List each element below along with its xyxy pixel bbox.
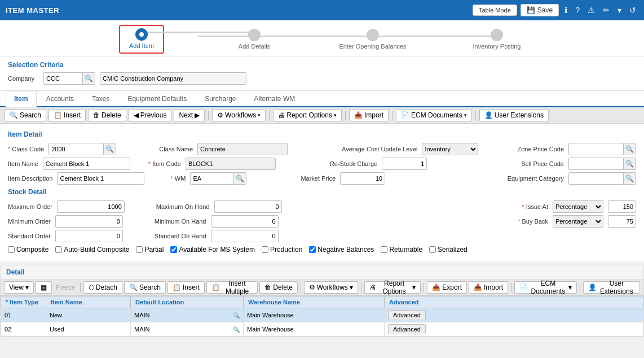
issue-at-select[interactable]: Percentage — [553, 200, 603, 213]
zone-price-search[interactable]: 🔍 — [624, 143, 636, 155]
detail-import-button[interactable]: 📥 Import — [469, 281, 508, 294]
tab-item[interactable]: Item — [6, 91, 37, 107]
refresh-icon[interactable]: ↺ — [627, 5, 638, 16]
equip-cat-input[interactable] — [568, 172, 624, 185]
detail-grid-button[interactable]: ▦ — [36, 281, 52, 294]
partial-checkbox[interactable]: Partial — [136, 246, 164, 254]
class-code-search[interactable]: 🔍 — [104, 143, 116, 155]
tab-alternate-wm[interactable]: Alternate WM — [246, 91, 304, 106]
row2-item-name-input[interactable] — [50, 326, 127, 333]
help-icon[interactable]: ? — [573, 5, 582, 16]
available-ms-checkbox[interactable]: Available For MS System — [170, 246, 255, 254]
tab-taxes[interactable]: Taxes — [83, 91, 118, 106]
min-order-input[interactable] — [55, 215, 123, 228]
view-dropdown-icon: ▾ — [25, 283, 29, 291]
wizard-step-opening-balances[interactable]: Enter Opening Balances — [311, 29, 435, 50]
detail-search-button[interactable]: 🔍 Search — [124, 281, 166, 294]
report-dropdown-icon: ▾ — [334, 112, 337, 118]
returnable-checkbox[interactable]: Returnable — [381, 246, 422, 254]
row1-item-name-input[interactable] — [50, 312, 127, 318]
wm-input[interactable] — [190, 172, 234, 185]
col-item-type: * Item Type — [1, 296, 46, 308]
next-button[interactable]: Next ▶ — [174, 109, 205, 121]
user-extensions-button[interactable]: 👤 User Extensions — [479, 109, 549, 121]
report-options-button[interactable]: 🖨 Report Options ▾ — [273, 109, 342, 121]
row1-advanced-button[interactable]: Advanced — [388, 310, 426, 320]
import-button[interactable]: 📥 Import — [349, 109, 389, 121]
detail-export-button[interactable]: 📤 Export — [427, 281, 467, 294]
detail-detach-button[interactable]: ⬡ Detach — [83, 281, 122, 294]
sell-price-input[interactable] — [568, 158, 624, 170]
row2-warehouse-input[interactable] — [247, 326, 381, 333]
min-on-hand-input[interactable] — [211, 215, 279, 228]
search-icon: 🔍 — [10, 111, 18, 119]
row1-item-type-input[interactable] — [5, 312, 42, 318]
std-order-input[interactable] — [55, 230, 123, 242]
table-row[interactable]: 🔍 Advanced — [1, 322, 643, 337]
stock-detail-title: Stock Detail — [8, 188, 636, 196]
avg-cost-select[interactable]: Inventory — [422, 143, 478, 155]
tab-accounts[interactable]: Accounts — [38, 91, 82, 106]
restock-input[interactable] — [382, 158, 427, 170]
detail-report-options-button[interactable]: 🖨 Report Options ▾ — [364, 281, 421, 294]
negative-balances-checkbox[interactable]: Negative Balances — [309, 246, 374, 254]
company-search-button[interactable]: 🔍 — [83, 72, 95, 85]
production-checkbox[interactable]: Production — [262, 246, 302, 254]
detail-workflows-dropdown: ▾ — [350, 283, 353, 291]
class-code-input[interactable] — [48, 143, 104, 155]
market-price-input[interactable] — [340, 172, 385, 185]
save-button[interactable]: 💾 Save — [521, 4, 559, 16]
row1-warehouse-input[interactable] — [247, 312, 381, 318]
wm-search[interactable]: 🔍 — [234, 172, 246, 185]
row1-location-input[interactable] — [134, 312, 233, 318]
delete-button[interactable]: 🗑 Delete — [88, 109, 126, 121]
auto-build-checkbox[interactable]: Auto-Build Composite — [55, 246, 129, 254]
item-desc-input[interactable] — [57, 172, 144, 185]
alert-icon[interactable]: ⚠ — [585, 5, 597, 16]
serialized-checkbox[interactable]: Serialized — [429, 246, 467, 254]
table-mode-button[interactable]: Table Mode — [473, 5, 517, 16]
detail-view-button[interactable]: View ▾ — [4, 281, 34, 294]
top-header: ITEM MASTER Table Mode 💾 Save ℹ ? ⚠ ✏ ▾ … — [0, 0, 644, 20]
detail-workflows-icon: ⚙ — [309, 283, 315, 291]
item-name-label: Item Name — [8, 160, 38, 167]
tab-equipment-defaults[interactable]: Equipment Defaults — [119, 91, 195, 106]
zone-price-input[interactable] — [568, 143, 624, 155]
search-button[interactable]: 🔍 Search — [5, 109, 46, 121]
std-on-hand-input[interactable] — [211, 230, 279, 242]
dropdown-icon[interactable]: ▾ — [615, 5, 624, 16]
composite-checkbox[interactable]: Composite — [8, 246, 48, 254]
company-code-input[interactable] — [43, 72, 83, 85]
info-icon[interactable]: ℹ — [562, 5, 570, 16]
sell-price-search[interactable]: 🔍 — [624, 158, 636, 170]
detail-ecm-button[interactable]: 📄 ECM Documents ▾ — [514, 281, 577, 294]
row2-location-input[interactable] — [134, 326, 233, 333]
row1-location-search[interactable]: 🔍 — [233, 312, 240, 318]
detail-delete-button[interactable]: 🗑 Delete — [259, 281, 298, 294]
equip-cat-search[interactable]: 🔍 — [624, 172, 636, 185]
detail-user-ext-button[interactable]: 👤 User Extensions — [583, 281, 640, 294]
ecm-documents-button[interactable]: 📄 ECM Documents ▾ — [396, 109, 472, 121]
detail-insert-button[interactable]: 📋 Insert — [167, 281, 205, 294]
tab-surcharge[interactable]: Surcharge — [196, 91, 244, 106]
edit-icon[interactable]: ✏ — [601, 5, 612, 16]
workflows-icon: ⚙ — [217, 111, 223, 119]
detail-workflows-button[interactable]: ⚙ Workflows ▾ — [304, 281, 358, 294]
max-order-input[interactable] — [57, 200, 125, 213]
buy-back-value-input[interactable] — [608, 215, 636, 228]
table-row[interactable]: 🔍 Advanced — [1, 308, 643, 322]
wizard-step-add-item[interactable]: Add Item — [85, 25, 198, 54]
row2-advanced-button[interactable]: Advanced — [388, 324, 426, 334]
workflows-button[interactable]: ⚙ Workflows ▾ — [212, 109, 266, 121]
row2-item-type-input[interactable] — [5, 326, 42, 333]
buy-back-select[interactable]: Percentage — [553, 215, 603, 228]
issue-at-value-input[interactable] — [608, 200, 636, 213]
row2-location-search[interactable]: 🔍 — [233, 326, 240, 333]
max-on-hand-input[interactable] — [214, 200, 282, 213]
item-name-input[interactable] — [43, 158, 130, 170]
wizard-step-add-details[interactable]: Add Details — [198, 29, 311, 50]
insert-button[interactable]: 📋 Insert — [48, 109, 86, 121]
previous-button[interactable]: ◀ Previous — [129, 109, 172, 121]
detail-insert-multiple-button[interactable]: 📋 Insert Multiple — [206, 281, 258, 294]
wizard-step-inventory-posting[interactable]: Inventory Posting — [435, 29, 559, 50]
